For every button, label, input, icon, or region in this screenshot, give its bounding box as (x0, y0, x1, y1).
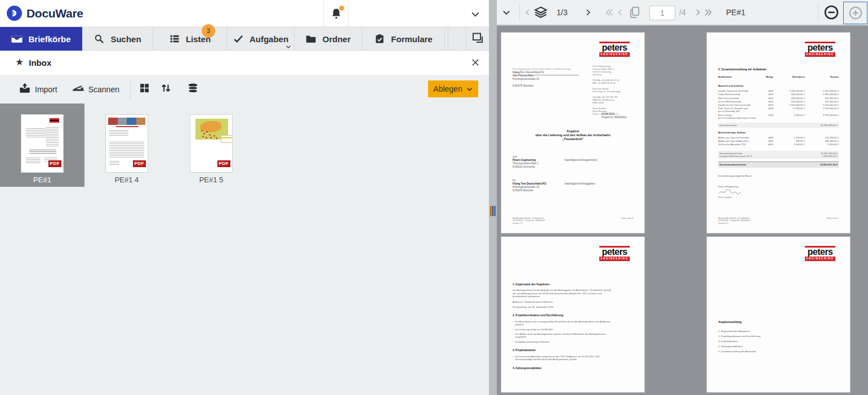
overlapping-windows-icon (471, 31, 484, 47)
tray-document-list: PDF PE#1 PDF PE#1 4 (0, 104, 489, 395)
tray-panel: DocuWare Briefkörbe (0, 0, 489, 395)
next-document-button[interactable] (584, 0, 593, 25)
tray-header: ★ Inbox (0, 51, 489, 75)
panel-splitter (489, 0, 497, 395)
tab-briefkoerbe[interactable]: Briefkörbe (0, 27, 82, 51)
von-block: von: Peters Engineering(nachfolgend Auft… (513, 155, 625, 169)
peters-engineering-logo: peters ENGINEERING (805, 246, 835, 261)
toolbar-divider (130, 79, 131, 100)
document-stack-icon (533, 0, 549, 25)
page-preview-area: peters ENGINEERING Peters Engineering, T… (497, 26, 868, 395)
viewer-panel: 1/3 /4 PE#1 (497, 0, 868, 395)
docuware-logo: DocuWare (7, 6, 83, 21)
next-page-button[interactable] (693, 0, 702, 25)
archive-select-button[interactable] (182, 79, 204, 100)
toolbar-divider (519, 4, 520, 21)
tab-aufgaben[interactable]: Aufgaben (227, 27, 295, 51)
offer-title: Angebot über die Lieferung und den Aufba… (501, 129, 644, 141)
toolbar-divider (818, 4, 818, 21)
scanner-icon (72, 82, 84, 96)
splitter-drag-handle[interactable] (490, 206, 496, 216)
top-bar: DocuWare (0, 0, 489, 27)
import-label: Import (35, 85, 57, 94)
page-footer: Angebot Achterbahn „Thunderbird“12.04.20… (718, 217, 839, 225)
list-icon (169, 33, 180, 44)
viewer-menu-chevron-icon[interactable] (501, 0, 511, 25)
pdf-format-badge: PDF (48, 160, 62, 167)
favorite-star-icon[interactable]: ★ (15, 57, 24, 68)
document-name: PE#1 (33, 176, 51, 184)
page-total: /4 (679, 0, 686, 25)
last-page-button[interactable] (704, 0, 714, 25)
main-tabs: Briefkörbe Suchen Listen 3 Aufgaben (0, 27, 489, 51)
previous-page-button[interactable] (616, 0, 625, 25)
notification-dot (339, 6, 344, 11)
tab-formulare[interactable]: Formulare (362, 27, 445, 51)
folder-icon (305, 33, 317, 44)
store-label: Ablegen (433, 84, 462, 93)
tab-label: Briefkörbe (28, 34, 70, 44)
tray-title: Inbox (29, 58, 51, 68)
tab-label: Suchen (110, 34, 141, 44)
page-footer: Angebot Achterbahn „Thunderbird“12.04.20… (513, 217, 633, 225)
tab-listen[interactable]: Listen 3 (153, 27, 227, 51)
tab-label: Ordner (322, 34, 350, 44)
grid-icon (139, 82, 150, 96)
search-icon (94, 33, 105, 44)
fuer-block: für: Flying Trex Deutschland KG(nachfolg… (513, 179, 625, 192)
import-tray-icon (19, 82, 31, 96)
bell-icon (330, 7, 343, 20)
inbox-tray-icon (11, 33, 23, 44)
company-info-column: Peters EngineeringTheresa-Gollos-Platz 1… (593, 65, 630, 116)
database-icon (187, 82, 199, 96)
pdf-format-badge: PDF (133, 160, 146, 167)
tab-ordner[interactable]: Ordner (295, 27, 362, 51)
aufgaben-menu-chevron-icon[interactable] (284, 42, 292, 49)
page-number-input[interactable] (649, 6, 675, 20)
thumbnail-view-button[interactable] (134, 79, 155, 100)
offer-sections: 1. Gegenstand des Angebotes Der Auftragn… (513, 277, 633, 372)
peters-engineering-logo: peters ENGINEERING (599, 42, 630, 57)
viewer-document-title: PE#1 (726, 0, 745, 25)
collapse-panel-chevron-icon[interactable] (470, 8, 481, 20)
split-viewer-button[interactable] (466, 27, 489, 50)
docuware-app: DocuWare Briefkörbe (0, 0, 868, 395)
sort-arrows-icon (160, 82, 172, 96)
thumbnail-preview: PDF (21, 114, 64, 173)
preview-page-4: peters ENGINEERING Angebotsumfang: 1. Ge… (707, 237, 850, 392)
store-button[interactable]: Ablegen (428, 80, 478, 97)
thumbnail-preview: PDF (105, 114, 148, 173)
previous-document-button[interactable] (523, 0, 532, 25)
notifications-button[interactable] (323, 0, 349, 27)
offer-toc: Angebotsumfang: 1. Gegenstand des Angebo… (718, 320, 839, 354)
close-icon[interactable] (470, 57, 480, 68)
peters-engineering-logo: peters ENGINEERING (599, 246, 630, 261)
sort-button[interactable] (155, 79, 177, 100)
document-counter: 1/3 (557, 0, 567, 25)
tab-label: Formulare (391, 34, 432, 44)
tab-suchen[interactable]: Suchen (82, 27, 153, 51)
peters-engineering-logo: peters ENGINEERING (805, 42, 835, 57)
preview-page-2: peters ENGINEERING 5. Zusammenstellung d… (707, 33, 850, 233)
first-page-button[interactable] (604, 0, 614, 25)
signature-scribble (718, 188, 742, 196)
docuware-logo-icon (7, 6, 22, 21)
document-thumbnail-pe1[interactable]: PDF PE#1 (0, 104, 84, 187)
checkmark-icon (233, 33, 244, 44)
pages-icon (628, 0, 642, 25)
document-name: PE#1 5 (199, 176, 224, 184)
date-block: 12.04.2016 Projekt-Nr. 082005011 (602, 113, 627, 119)
document-thumbnail-pe1-4[interactable]: PDF PE#1 4 (84, 104, 169, 187)
thumbnail-preview: PDF (190, 114, 233, 173)
brand-name: DocuWare (26, 7, 83, 20)
cost-summary: 5. Zusammenstellung der Aufwände Artikel… (718, 68, 839, 199)
import-button[interactable]: Import (11, 79, 65, 100)
scan-button[interactable]: Scannen (65, 79, 127, 100)
document-thumbnail-pe1-5[interactable]: PDF PE#1 5 (169, 104, 253, 187)
zoom-out-button[interactable] (824, 0, 839, 25)
preview-page-3: peters ENGINEERING 1. Gegenstand des Ang… (501, 237, 644, 392)
recipient-address: Flying Trex Deutschland KGHerr Thomas Ra… (513, 71, 544, 88)
zoom-in-button[interactable] (843, 2, 867, 24)
scan-label: Scannen (88, 85, 119, 94)
listen-count-badge: 3 (202, 24, 215, 38)
